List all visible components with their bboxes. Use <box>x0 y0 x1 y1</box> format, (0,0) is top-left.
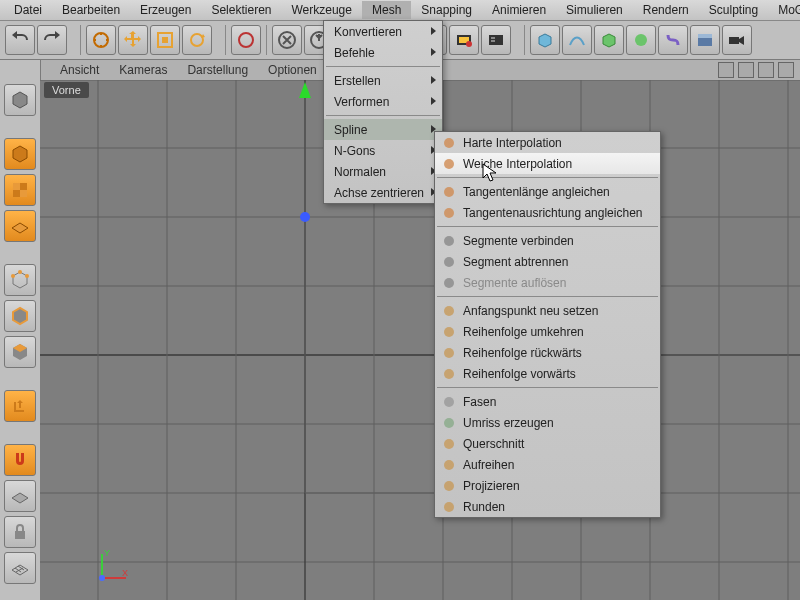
make-editable[interactable] <box>4 84 36 116</box>
meshmenu-befehle[interactable]: Befehle <box>324 42 442 63</box>
viewport-nav-icon[interactable] <box>758 62 774 78</box>
meshmenu-erstellen[interactable]: Erstellen <box>324 70 442 91</box>
spline-harte-interpolation[interactable]: Harte Interpolation <box>435 132 660 153</box>
spline-anfangspunkt-neu-setzen[interactable]: Anfangspunkt neu setzen <box>435 300 660 321</box>
viewport-nav-icon[interactable] <box>718 62 734 78</box>
left-tool-column <box>0 60 41 600</box>
render-pv[interactable] <box>449 25 479 55</box>
viewmenu-optionen[interactable]: Optionen <box>258 61 327 79</box>
prim-spline[interactable] <box>562 25 592 55</box>
rotate-tool[interactable] <box>182 25 212 55</box>
camera[interactable] <box>722 25 752 55</box>
meshmenu-konvertieren[interactable]: Konvertieren <box>324 21 442 42</box>
viewmenu-kameras[interactable]: Kameras <box>109 61 177 79</box>
viewmenu-ansicht[interactable]: Ansicht <box>50 61 109 79</box>
point-mode[interactable] <box>4 264 36 296</box>
select-tool[interactable] <box>86 25 116 55</box>
spline-runden[interactable]: Runden <box>435 496 660 517</box>
viewport-nav-icon[interactable] <box>778 62 794 78</box>
spline-projizieren[interactable]: Projizieren <box>435 475 660 496</box>
grid-snap[interactable] <box>4 552 36 584</box>
menu-mograph[interactable]: MoGraph <box>768 1 800 19</box>
spline-reihenfolge-r-ckw-rts[interactable]: Reihenfolge rückwärts <box>435 342 660 363</box>
svg-point-25 <box>25 274 29 278</box>
menu-selektieren[interactable]: Selektieren <box>201 1 281 19</box>
spline-fasen[interactable]: Fasen <box>435 391 660 412</box>
workplane-snap[interactable] <box>4 480 36 512</box>
spline-reihenfolge-vorw-rts[interactable]: Reihenfolge vorwärts <box>435 363 660 384</box>
svg-point-56 <box>99 575 105 581</box>
environment[interactable] <box>690 25 720 55</box>
svg-point-71 <box>444 418 454 428</box>
spline-reihenfolge-umkehren[interactable]: Reihenfolge umkehren <box>435 321 660 342</box>
prim-cube[interactable] <box>530 25 560 55</box>
generator2[interactable] <box>626 25 656 55</box>
menu-sculpting[interactable]: Sculpting <box>699 1 768 19</box>
spline-tangentenl-nge-angleichen[interactable]: Tangentenlänge angleichen <box>435 181 660 202</box>
edge-mode[interactable] <box>4 300 36 332</box>
svg-point-64 <box>444 257 454 267</box>
spline-umriss-erzeugen[interactable]: Umriss erzeugen <box>435 412 660 433</box>
svg-point-60 <box>444 159 454 169</box>
meshmenu-verformen[interactable]: Verformen <box>324 91 442 112</box>
move-tool[interactable] <box>118 25 148 55</box>
meshmenu-achse-zentrieren[interactable]: Achse zentrieren <box>324 182 442 203</box>
scale-tool[interactable] <box>150 25 180 55</box>
svg-point-0 <box>94 33 108 47</box>
svg-rect-16 <box>491 40 495 42</box>
spline-tangentenausrichtung-angleichen[interactable]: Tangentenausrichtung angleichen <box>435 202 660 223</box>
meshmenu-n-gons[interactable]: N-Gons <box>324 140 442 161</box>
svg-point-74 <box>444 481 454 491</box>
viewport-label: Vorne <box>44 82 89 98</box>
x-axis-lock[interactable] <box>272 25 302 55</box>
menu-werkzeuge[interactable]: Werkzeuge <box>281 1 361 19</box>
spline-querschnitt[interactable]: Querschnitt <box>435 433 660 454</box>
spline-weiche-interpolation[interactable]: Weiche Interpolation <box>435 153 660 174</box>
svg-point-17 <box>635 34 647 46</box>
svg-point-73 <box>444 460 454 470</box>
menu-erzeugen[interactable]: Erzeugen <box>130 1 201 19</box>
svg-point-24 <box>11 274 15 278</box>
snap-toggle[interactable] <box>4 444 36 476</box>
spline-segment-abtrennen[interactable]: Segment abtrennen <box>435 251 660 272</box>
menu-simulieren[interactable]: Simulieren <box>556 1 633 19</box>
recent-tool[interactable] <box>231 25 261 55</box>
svg-rect-22 <box>13 183 20 190</box>
workplane-mode[interactable] <box>4 210 36 242</box>
svg-point-65 <box>444 278 454 288</box>
meshmenu-spline[interactable]: Spline <box>324 119 442 140</box>
svg-point-63 <box>444 236 454 246</box>
spline-aufreihen[interactable]: Aufreihen <box>435 454 660 475</box>
render-settings[interactable] <box>481 25 511 55</box>
svg-point-52 <box>300 212 310 222</box>
menu-mesh[interactable]: Mesh <box>362 1 411 19</box>
spline-segmente-aufl-sen: Segmente auflösen <box>435 272 660 293</box>
menu-animieren[interactable]: Animieren <box>482 1 556 19</box>
spline-segmente-verbinden[interactable]: Segmente verbinden <box>435 230 660 251</box>
model-mode[interactable] <box>4 138 36 170</box>
meshmenu-normalen[interactable]: Normalen <box>324 161 442 182</box>
redo-button[interactable] <box>37 25 67 55</box>
mesh-menu[interactable]: KonvertierenBefehleErstellenVerformenSpl… <box>323 20 443 204</box>
svg-rect-19 <box>698 34 712 38</box>
viewport-nav-icon[interactable] <box>738 62 754 78</box>
main-menubar: DateiBearbeitenErzeugenSelektierenWerkze… <box>0 0 800 21</box>
svg-point-67 <box>444 327 454 337</box>
svg-point-62 <box>444 208 454 218</box>
undo-button[interactable] <box>5 25 35 55</box>
generator[interactable] <box>594 25 624 55</box>
svg-point-3 <box>191 34 203 46</box>
poly-mode[interactable] <box>4 336 36 368</box>
texture-mode[interactable] <box>4 174 36 206</box>
menu-datei[interactable]: Datei <box>4 1 52 19</box>
spline-submenu[interactable]: Harte InterpolationWeiche InterpolationT… <box>434 131 661 518</box>
viewmenu-darstellung[interactable]: Darstellung <box>177 61 258 79</box>
menu-bearbeiten[interactable]: Bearbeiten <box>52 1 130 19</box>
svg-text:Y: Y <box>104 548 110 558</box>
menu-rendern[interactable]: Rendern <box>633 1 699 19</box>
deformer[interactable] <box>658 25 688 55</box>
lock-icon[interactable] <box>4 516 36 548</box>
axis-mode[interactable] <box>4 390 36 422</box>
svg-point-69 <box>444 369 454 379</box>
menu-snapping[interactable]: Snapping <box>411 1 482 19</box>
